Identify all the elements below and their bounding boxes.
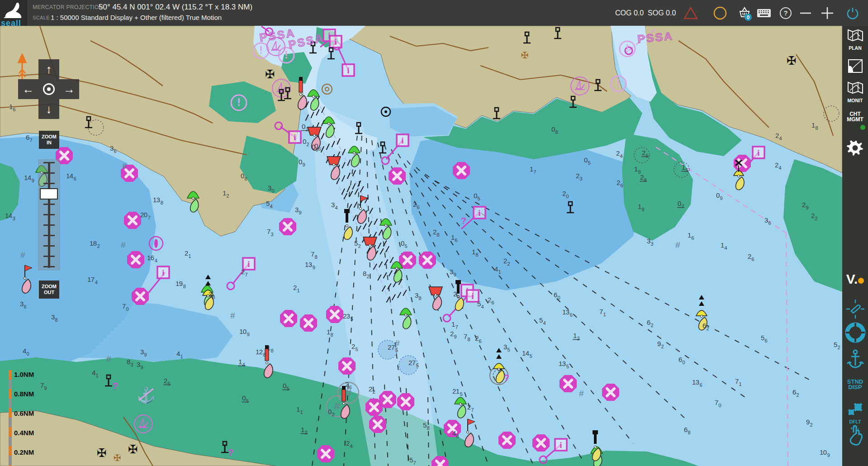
- scale-label: SCALE: [33, 15, 50, 20]
- prohibited-area-icon[interactable]: [317, 445, 334, 462]
- pan-down-button[interactable]: ↓: [38, 99, 59, 119]
- plan-mode-button[interactable]: PLAN: [842, 28, 868, 51]
- svg-text:4: 4: [724, 245, 727, 251]
- own-ship-button[interactable]: [842, 299, 868, 321]
- center-ship-button[interactable]: [38, 79, 59, 99]
- range-label: 0.2NM: [14, 448, 34, 456]
- alarm-triangle-icon[interactable]: [683, 5, 698, 21]
- svg-text:5: 5: [460, 391, 463, 397]
- svg-text:9: 9: [641, 207, 644, 212]
- maximize-plus-icon[interactable]: [820, 5, 835, 21]
- pan-right-button[interactable]: →: [59, 79, 79, 99]
- standard-display-button[interactable]: STND DISP: [842, 379, 868, 390]
- prohibited-area-icon[interactable]: [127, 251, 144, 268]
- chart-view-button[interactable]: [842, 58, 868, 76]
- help-icon[interactable]: ?: [778, 5, 793, 21]
- svg-text:6: 6: [691, 235, 694, 241]
- svg-text:0: 0: [242, 394, 246, 402]
- zoom-out-button[interactable]: ZOOM OUT: [39, 281, 59, 299]
- information-icon[interactable]: i: [342, 64, 354, 76]
- prohibited-area-icon[interactable]: [498, 432, 516, 449]
- svg-text:#: #: [106, 354, 111, 364]
- prohibited-area-icon[interactable]: [338, 357, 356, 375]
- basket-icon[interactable]: 0: [736, 5, 752, 21]
- svg-text:1: 1: [498, 269, 501, 275]
- svg-text:2: 2: [562, 190, 566, 197]
- information-icon[interactable]: i: [330, 36, 342, 48]
- pan-left-button[interactable]: ←: [18, 79, 38, 99]
- svg-text:1: 1: [301, 426, 304, 433]
- prohibited-area-icon[interactable]: [132, 288, 149, 305]
- marina-icon[interactable]: [134, 415, 152, 433]
- prohibited-area-icon[interactable]: [419, 252, 436, 269]
- prohibited-area-icon[interactable]: [279, 218, 296, 235]
- prohibited-area-icon[interactable]: [560, 375, 577, 392]
- chart-management-button[interactable]: CHT MGMT: [842, 111, 868, 122]
- monitor-mode-button[interactable]: MONIT: [842, 81, 868, 103]
- zoom-in-button[interactable]: ZOOM IN: [39, 131, 59, 149]
- plan-label: PLAN: [842, 45, 868, 51]
- information-icon[interactable]: i: [243, 258, 255, 270]
- svg-text:27: 27: [388, 343, 395, 351]
- svg-text:2: 2: [775, 132, 779, 139]
- information-icon[interactable]: i: [753, 147, 764, 158]
- svg-text:1: 1: [451, 320, 455, 328]
- touch-mode-button[interactable]: [842, 423, 868, 449]
- prohibited-area-icon[interactable]: [453, 162, 470, 179]
- svg-text:3: 3: [579, 176, 582, 181]
- prohibited-area-icon[interactable]: [369, 416, 386, 433]
- default-settings-button[interactable]: DFLT: [842, 402, 868, 424]
- prohibited-area-icon[interactable]: [734, 155, 751, 172]
- disp-label: DISP: [842, 385, 868, 390]
- svg-text:1: 1: [634, 165, 638, 173]
- information-icon[interactable]: i: [157, 266, 169, 278]
- zoom-slider[interactable]: [38, 159, 60, 271]
- status-circle-icon[interactable]: [712, 5, 728, 21]
- svg-text:0: 0: [474, 192, 477, 200]
- svg-text:27: 27: [408, 359, 416, 366]
- settings-button[interactable]: [842, 138, 868, 158]
- marina-icon[interactable]: [571, 77, 589, 95]
- pan-up-button[interactable]: ↑: [38, 59, 59, 79]
- svg-text:9: 9: [827, 452, 830, 458]
- svg-text:4: 4: [481, 304, 484, 309]
- svg-text:5: 5: [167, 381, 170, 386]
- safety-button[interactable]: [842, 322, 868, 345]
- information-icon[interactable]: i: [474, 207, 485, 219]
- app-logo[interactable]: seall: [0, 0, 27, 26]
- svg-text:9: 9: [720, 195, 722, 201]
- prohibited-area-icon[interactable]: [326, 306, 343, 323]
- power-icon[interactable]: [845, 5, 860, 21]
- svg-text:1: 1: [300, 409, 303, 415]
- prohibited-area-icon[interactable]: [397, 393, 414, 410]
- no-anchoring-icon[interactable]: ⚓: [137, 386, 156, 404]
- vector-settings-button[interactable]: V.: [842, 271, 868, 287]
- svg-text:13: 13: [559, 360, 566, 367]
- lifebuoy-icon: [845, 322, 866, 343]
- minimize-icon[interactable]: [798, 5, 813, 21]
- plan-map-icon: [846, 28, 864, 43]
- svg-text:2: 2: [576, 172, 579, 180]
- prohibited-area-icon[interactable]: [124, 212, 141, 229]
- chart-canvas[interactable]: ##⚓!!!!!iiiiiiiiiiii✠✠✠✠✠✠########????16…: [0, 26, 842, 466]
- gears-icon: [845, 402, 865, 417]
- scale-value[interactable]: 1 : 50000 Standard Display + Other (filt…: [51, 14, 222, 21]
- prohibited-area-icon[interactable]: [532, 434, 550, 452]
- prohibited-area-icon[interactable]: [602, 384, 619, 401]
- prohibited-area-icon[interactable]: [280, 310, 297, 327]
- information-icon[interactable]: i: [397, 134, 408, 146]
- svg-text:✠: ✠: [97, 446, 107, 460]
- information-icon[interactable]: i: [555, 439, 567, 451]
- svg-text:4: 4: [335, 205, 337, 210]
- prohibited-area-icon[interactable]: [300, 314, 317, 332]
- church-cross-icon: ✠: [787, 54, 797, 67]
- keyboard-icon[interactable]: [756, 5, 772, 21]
- information-icon[interactable]: i: [289, 131, 301, 143]
- svg-text:2: 2: [503, 257, 507, 265]
- slider-handle[interactable]: [40, 188, 58, 200]
- prohibited-area-icon[interactable]: [379, 391, 396, 408]
- chart-area[interactable]: ##⚓!!!!!iiiiiiiiiiii✠✠✠✠✠✠########????16…: [0, 26, 842, 466]
- svg-text:6: 6: [114, 148, 116, 154]
- anchor-watch-button[interactable]: [842, 348, 868, 372]
- prohibited-area-icon[interactable]: [389, 167, 406, 185]
